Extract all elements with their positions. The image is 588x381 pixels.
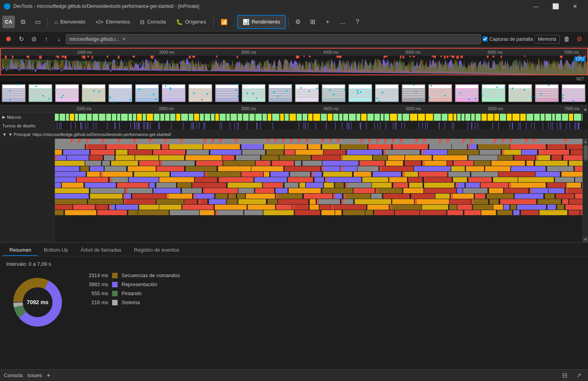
elements-icon: </> (96, 19, 103, 25)
rendering-color (112, 282, 118, 287)
download-button[interactable]: ↓ (53, 34, 64, 45)
tab-rendimiento[interactable]: 📊 Rendimiento (237, 15, 286, 29)
bottom-bar: Consola Issues + ⊟ ↗ (0, 369, 588, 381)
main-track-url: ▼ Principal: https://microsoftedge.githu… (8, 132, 171, 137)
close-button[interactable]: ✕ (566, 0, 584, 13)
settings-button[interactable]: ⚙ (574, 34, 585, 45)
tl-marker-1000: 1000 ms (76, 107, 91, 111)
tab-origenes[interactable]: 🐛 Orígenes (171, 15, 211, 29)
nav-sep-2 (213, 17, 214, 27)
marker-4000: 4000 ms (323, 50, 338, 54)
layout-track: Turnos de diseño (0, 122, 588, 130)
settings-nav-btn[interactable]: ⚙ (291, 15, 305, 29)
rendering-value: 3982 ms (81, 281, 108, 287)
summary-panel: Intervalo: 0 a 7,09 s (0, 256, 588, 369)
frames-expand-icon[interactable]: ▶ (2, 115, 5, 119)
scroll-up-arrow[interactable]: ▲ (583, 105, 588, 113)
screenshots-checkbox[interactable] (483, 36, 488, 42)
dropdown-arrow: ▼ (122, 36, 126, 42)
tab-arbol-llamadas[interactable]: Árbol de llamadas (74, 245, 128, 256)
main-track-header: ▼ ▼ Principal: https://microsoftedge.git… (0, 130, 588, 139)
add-panel-btn[interactable]: + (321, 15, 335, 29)
flame-scrollbar[interactable]: ▲ ▼ (583, 139, 588, 242)
tab-consola[interactable]: ⊟ Consola (135, 15, 171, 29)
marker-3000: 3000 ms (241, 50, 256, 54)
tab-resumen[interactable]: Resumen (3, 245, 38, 256)
tab-wifi[interactable]: 📶 (216, 15, 232, 29)
tab-consola-label: Consola (147, 19, 166, 25)
tab-rendimiento-label: Rendimiento (252, 19, 280, 25)
flame-scroll-up[interactable]: ▲ (583, 139, 588, 144)
flame-content[interactable] (55, 139, 583, 242)
tab-origenes-label: Orígenes (185, 19, 206, 25)
summary-legend: 2314 ms Secuencias de comandos 3982 ms R… (81, 271, 180, 305)
export-btn[interactable]: ↗ (573, 370, 584, 381)
performance-toolbar: ⏺ ↻ ⊘ ↑ ↓ microsoftedge.github.i... ▼ Ca… (0, 31, 588, 47)
system-color (112, 300, 118, 305)
screenshot-btn[interactable]: ⊟ (559, 370, 570, 381)
marker-5000: 5000 ms (405, 50, 420, 54)
layout-label: Turnos de diseño (0, 122, 55, 130)
overview-panel: 1000 ms 2000 ms 3000 ms 4000 ms 5000 ms … (0, 48, 588, 75)
frames-label-text: Marcos (7, 115, 21, 120)
minimize-button[interactable]: — (527, 0, 545, 13)
tl-marker-2000: 2000 ms (159, 107, 174, 111)
interval-label: Intervalo: 0 a 7,09 s (6, 261, 582, 267)
tab-elementos-label: Elementos (106, 19, 130, 25)
url-display: microsoftedge.github.i... ▼ (66, 34, 481, 44)
record-button[interactable]: ⏺ (3, 34, 14, 45)
painting-color (112, 291, 118, 296)
net-label: NET (576, 76, 586, 82)
url-text: microsoftedge.github.i... (69, 36, 119, 42)
upload-button[interactable]: ↑ (41, 34, 52, 45)
more-btn[interactable]: ... (336, 15, 350, 29)
memory-button[interactable]: Memoria (534, 35, 560, 44)
title-bar: DevTools - microsoftedge.github.io/Demos… (0, 0, 588, 13)
flame-scroll-thumb[interactable] (584, 145, 588, 161)
console-tab[interactable]: Consola (4, 372, 23, 379)
nav-sep-3 (234, 17, 235, 27)
issues-tab[interactable]: Issues (27, 372, 42, 379)
nav-sep-4 (288, 17, 289, 27)
frames-label: ▶ Marcos (0, 113, 55, 121)
flame-scroll-down[interactable]: ▼ (583, 237, 588, 242)
maximize-button[interactable]: ⬜ (546, 0, 564, 13)
clear-button[interactable]: ⊘ (28, 34, 39, 45)
tab-elementos[interactable]: </> Elementos (91, 15, 135, 29)
tl-marker-6000: 6000 ms (488, 107, 503, 111)
trash-button[interactable]: 🗑 (561, 34, 572, 45)
add-panel-bottom-btn[interactable]: + (47, 372, 50, 379)
frames-track: ▶ Marcos (0, 113, 588, 122)
legend-row-scripting: 2314 ms Secuencias de comandos (81, 272, 180, 278)
help-btn[interactable]: ? (350, 15, 365, 29)
tl-marker-7000: 7000 ms (564, 107, 579, 111)
tab-registro-eventos[interactable]: Registro de eventos (128, 245, 186, 256)
marker-7000: 7000 ms (564, 50, 579, 54)
refresh-record-button[interactable]: ↻ (16, 34, 27, 45)
tl-marker-3000: 3000 ms (241, 107, 256, 111)
tl-marker-5000: 5000 ms (406, 107, 421, 111)
copy-nav-btn[interactable]: ⧉ (16, 15, 30, 29)
main-track-expand[interactable]: ▼ (2, 132, 7, 137)
frames-content[interactable] (55, 113, 583, 121)
tab-bottom-up[interactable]: Bottom-Up (38, 245, 74, 256)
layout-content[interactable] (55, 122, 583, 130)
main-track-label: ▼ ▼ Principal: https://microsoftedge.git… (0, 132, 583, 137)
window-title: DevTools - microsoftedge.github.io/Demos… (13, 4, 524, 9)
dock-side-btn[interactable]: ⊞ (306, 15, 320, 29)
edge-icon (4, 3, 10, 9)
marker-1000: 1000 ms (77, 50, 92, 54)
flame-chart[interactable]: ▲ ▼ (0, 139, 588, 242)
donut-chart: 7092 ms (6, 271, 69, 334)
home-icon: ⌂ (54, 19, 58, 25)
nav-sep-1 (47, 17, 47, 27)
marker-6000: 6000 ms (488, 50, 503, 54)
cpu-chart[interactable]: CPU (1, 56, 587, 75)
rendering-label: Representación (122, 281, 157, 287)
tab-bienvenido[interactable]: ⌂ Bienvenido (50, 15, 90, 29)
flame-sidebar (0, 139, 55, 242)
screenshots-checkbox-label[interactable]: Capturas de pantalla (483, 36, 533, 42)
wifi-icon: 📶 (221, 19, 227, 25)
dock-btn[interactable]: ▭ (31, 15, 45, 29)
marker-2000: 2000 ms (159, 50, 174, 54)
